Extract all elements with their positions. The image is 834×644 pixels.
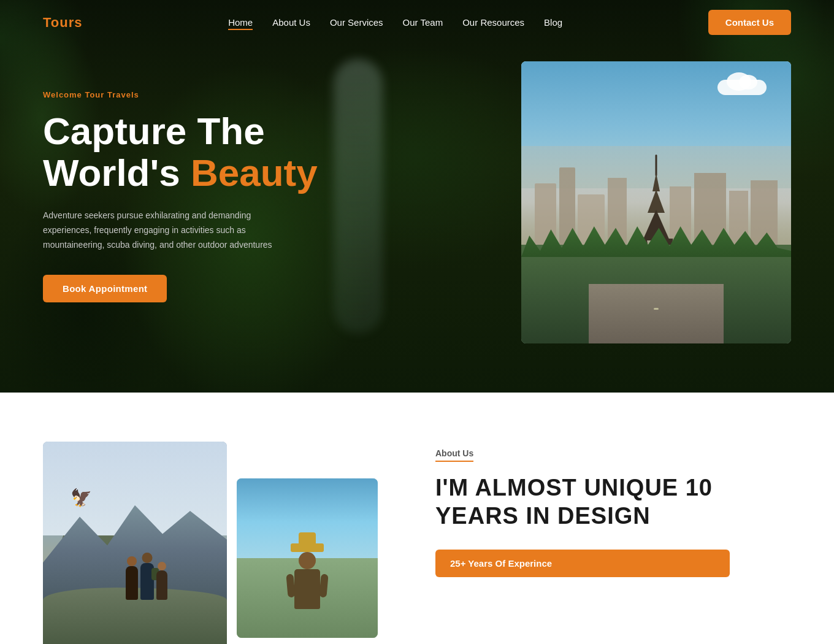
straw-hat-brim (291, 543, 324, 552)
about-title-line1: I'M ALMOST UNIQUE 10 (435, 475, 713, 500)
road-line (654, 308, 659, 310)
nav-about[interactable]: About Us (272, 17, 310, 28)
nav-links: Home About Us Our Services Our Team Our … (228, 17, 562, 28)
nav-home[interactable]: Home (228, 17, 253, 30)
hero-title-highlight: Beauty (191, 151, 318, 194)
boulevard (521, 245, 791, 343)
hat-person-body (294, 569, 320, 609)
about-title: I'M ALMOST UNIQUE 10 YEARS IN DESIGN (435, 474, 791, 530)
about-main-image: 🦅 (43, 442, 227, 644)
about-secondary-image (237, 478, 378, 638)
person-1-head (127, 556, 137, 566)
hero-title-line2: World's (43, 151, 191, 194)
about-experience-badge: 25+ Years Of Experince (435, 550, 730, 577)
person-1 (126, 566, 138, 600)
road (589, 284, 724, 343)
person-3 (156, 570, 167, 600)
about-section: 🦅 (0, 393, 834, 644)
contact-us-button[interactable]: Contact Us (708, 10, 791, 35)
hat-person-scene (237, 478, 378, 638)
about-images: 🦅 (43, 442, 399, 644)
people-group (126, 563, 167, 600)
about-title-line2: YEARS IN DESIGN (435, 503, 651, 529)
hat-person-container (291, 543, 324, 609)
nav-resources[interactable]: Our Resources (462, 17, 524, 28)
arm-left (286, 574, 295, 598)
cloud-1 (717, 80, 767, 95)
book-appointment-button[interactable]: Book Appointment (43, 275, 167, 302)
person-2 (140, 563, 154, 600)
person-3-head (158, 562, 166, 570)
eiffel-top-triangle (652, 173, 660, 191)
people-cliff-scene: 🦅 (43, 442, 227, 644)
brand-logo[interactable]: Tours (43, 15, 82, 31)
hero-title-line1: Capture The (43, 110, 265, 152)
paris-scene (521, 61, 791, 343)
nav-blog[interactable]: Blog (544, 17, 562, 28)
hero-content: Welcome Tour Travels Capture The World's… (0, 90, 318, 302)
navbar: Tours Home About Us Our Services Our Tea… (0, 0, 834, 45)
hat-person-head (299, 552, 316, 569)
straw-hat-crown (299, 532, 316, 546)
nav-services[interactable]: Our Services (330, 17, 383, 28)
hero-description: Adventure seekers pursue exhilarating an… (43, 209, 300, 252)
hero-label: Welcome Tour Travels (43, 90, 318, 99)
hero-section: Welcome Tour Travels Capture The World's… (0, 0, 834, 393)
nav-team[interactable]: Our Team (403, 17, 443, 28)
about-text-content: About Us I'M ALMOST UNIQUE 10 YEARS IN D… (435, 442, 791, 577)
person-2-head (142, 553, 153, 563)
hero-paris-image (521, 61, 791, 343)
bird-silhouette: 🦅 (71, 488, 92, 508)
about-label: About Us (435, 448, 473, 462)
hero-title: Capture The World's Beauty (43, 110, 318, 194)
